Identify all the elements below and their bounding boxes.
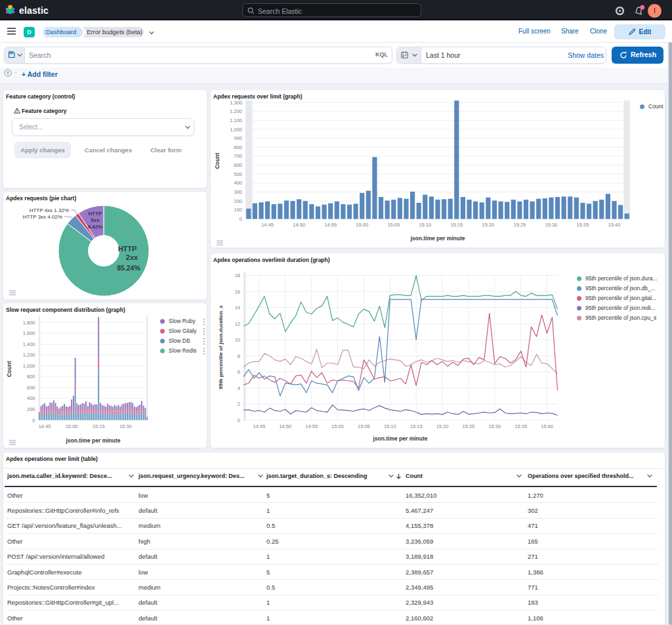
svg-text:1,000: 1,000 <box>23 363 35 369</box>
svg-text:6: 6 <box>238 369 240 375</box>
svg-text:14:50: 14:50 <box>279 423 291 429</box>
svg-text:14:45: 14:45 <box>261 222 274 228</box>
svg-text:2: 2 <box>238 401 240 407</box>
svg-text:800: 800 <box>27 374 35 379</box>
svg-text:8: 8 <box>238 353 240 359</box>
svg-text:15:15: 15:15 <box>450 222 463 228</box>
svg-text:800: 800 <box>234 144 242 150</box>
svg-text:15:30: 15:30 <box>119 423 132 429</box>
svg-text:15:35: 15:35 <box>577 222 589 228</box>
svg-text:14:45: 14:45 <box>39 423 51 429</box>
svg-text:14:50: 14:50 <box>293 222 305 228</box>
svg-text:json.time per minute: json.time per minute <box>410 235 465 242</box>
svg-text:0: 0 <box>240 216 242 222</box>
svg-text:500: 500 <box>234 171 242 177</box>
svg-text:15:00: 15:00 <box>331 423 344 429</box>
svg-text:15:00: 15:00 <box>356 222 368 228</box>
svg-text:1,300: 1,300 <box>230 100 242 106</box>
svg-text:200: 200 <box>27 406 35 412</box>
svg-text:15:25: 15:25 <box>514 222 526 228</box>
svg-text:HTTP: HTTP <box>89 211 103 217</box>
svg-text:1,200: 1,200 <box>230 108 242 114</box>
svg-text:15:00: 15:00 <box>66 423 78 429</box>
svg-text:15:30: 15:30 <box>545 222 558 228</box>
svg-text:15:25: 15:25 <box>463 423 475 429</box>
svg-text:json.time per minute: json.time per minute <box>372 435 427 442</box>
svg-text:10: 10 <box>235 337 240 343</box>
svg-text:15:15: 15:15 <box>410 423 423 429</box>
svg-text:1,000: 1,000 <box>230 127 242 133</box>
svg-text:15:20: 15:20 <box>436 423 449 429</box>
svg-text:14:55: 14:55 <box>305 423 318 429</box>
svg-text:HTTP 3xx 4.02%: HTTP 3xx 4.02% <box>23 214 62 220</box>
svg-text:14:55: 14:55 <box>324 222 337 228</box>
svg-text:15:10: 15:10 <box>419 222 431 228</box>
svg-text:1,400: 1,400 <box>23 341 35 347</box>
svg-text:1,200: 1,200 <box>23 352 35 358</box>
svg-text:85.24%: 85.24% <box>117 264 140 272</box>
svg-text:16: 16 <box>235 289 240 295</box>
svg-text:14:45: 14:45 <box>253 423 266 429</box>
svg-text:15:40: 15:40 <box>541 423 553 429</box>
svg-text:400: 400 <box>27 395 35 401</box>
svg-text:95th percentile of json.durati: 95th percentile of json.duration_s <box>218 305 224 389</box>
svg-text:15:05: 15:05 <box>387 222 400 228</box>
svg-text:HTTP: HTTP <box>118 245 137 253</box>
svg-text:400: 400 <box>234 180 242 186</box>
svg-text:300: 300 <box>234 189 242 195</box>
svg-text:15:35: 15:35 <box>514 423 527 429</box>
svg-text:HTTP 4xx 1.32%: HTTP 4xx 1.32% <box>30 207 69 213</box>
svg-text:1,800: 1,800 <box>23 320 35 326</box>
svg-text:1,100: 1,100 <box>230 118 242 123</box>
svg-text:Count: Count <box>214 153 220 169</box>
svg-text:1,600: 1,600 <box>23 330 35 336</box>
svg-text:14: 14 <box>235 305 240 311</box>
svg-text:15:40: 15:40 <box>608 222 621 228</box>
svg-text:18: 18 <box>235 272 240 278</box>
svg-text:4: 4 <box>238 385 240 391</box>
svg-text:15:10: 15:10 <box>384 423 396 429</box>
svg-text:600: 600 <box>27 385 35 391</box>
svg-text:700: 700 <box>234 153 242 159</box>
svg-text:5xx: 5xx <box>91 217 100 223</box>
svg-text:json.time per minute: json.time per minute <box>65 437 120 444</box>
svg-text:12: 12 <box>235 321 240 327</box>
svg-text:600: 600 <box>234 162 242 168</box>
svg-text:0: 0 <box>238 418 240 423</box>
svg-text:15:05: 15:05 <box>358 423 370 429</box>
svg-text:0: 0 <box>32 418 35 423</box>
svg-text:15:20: 15:20 <box>482 222 495 228</box>
svg-text:100: 100 <box>234 207 242 213</box>
svg-text:2xx: 2xx <box>126 253 138 261</box>
svg-text:15:15: 15:15 <box>93 423 105 429</box>
svg-text:200: 200 <box>234 198 242 204</box>
svg-text:Count: Count <box>6 361 12 377</box>
svg-text:15:30: 15:30 <box>488 423 501 429</box>
svg-text:900: 900 <box>234 135 242 141</box>
svg-text:9.42%: 9.42% <box>88 224 103 230</box>
